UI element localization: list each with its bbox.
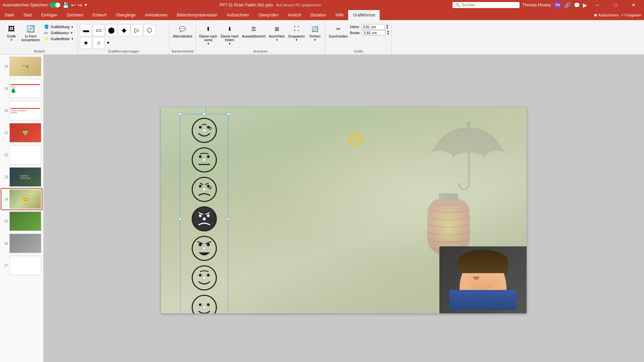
center-handle-4	[203, 217, 206, 221]
main-area: 18 🐕🌿 19 Liste 1 🌲 20 Objekt ausw	[0, 55, 644, 362]
group-grafikformatvorlagen: ▬ ▭ ⬤ ◆ ▷ ⬡ ★ ○ ▼ Grafikformatvorlagen	[78, 21, 169, 54]
shape-gallery-expand[interactable]: ▼	[105, 37, 111, 49]
anordnen-label: Anordnen	[198, 49, 323, 54]
tab-grafikformat[interactable]: Grafikformat	[348, 10, 380, 20]
tab-ansicht[interactable]: Ansicht	[283, 10, 306, 20]
slide-item-25[interactable]: 25	[1, 211, 42, 232]
height-row: Höhe: ▲ ▼	[350, 24, 389, 29]
slide-item-23[interactable]: 23 Objekteausrichten	[1, 167, 42, 187]
tab-datei[interactable]: Datei	[0, 10, 19, 20]
svg-point-28	[199, 303, 202, 306]
ausrichten-button[interactable]: ⊞ Ausrichten ▼	[268, 23, 286, 42]
slide-number-21: 21	[2, 131, 8, 135]
grafikfuellung-button[interactable]: 🪣 Grafikfüllung ▼	[42, 24, 75, 29]
grafikeffekte-button[interactable]: ✨ Grafikeffekte ▼	[42, 36, 75, 42]
tab-ueberpruefen[interactable]: Überprüfen	[254, 10, 283, 20]
share-icon[interactable]: 🔗	[564, 2, 571, 8]
user-initials: TH	[555, 3, 559, 7]
ebene-vorne-button[interactable]: ⬆ Ebene nachvorne ▼	[198, 23, 218, 46]
inform-button[interactable]: 🔄 In Formkonvertieren	[20, 23, 41, 43]
group-groesse: ✂ Zuschneiden Höhe: ▲ ▼ Breite:	[325, 21, 392, 54]
shape-hexagon[interactable]: ⬡	[144, 24, 156, 36]
save-icon[interactable]: 💾	[62, 2, 69, 8]
center-handle-5	[203, 247, 206, 250]
slide-number-23: 23	[2, 175, 8, 179]
user-avatar[interactable]: TH	[553, 1, 561, 9]
width-spinner[interactable]: ▲ ▼	[387, 30, 389, 36]
slide-item-24[interactable]: 24 😊	[1, 189, 42, 209]
slide-item-21[interactable]: 21 🦁	[1, 122, 42, 143]
slide-number-27: 27	[2, 264, 8, 267]
drehen-button[interactable]: 🔄 Drehen ▼	[307, 23, 323, 42]
shape-star[interactable]: ★	[80, 37, 92, 49]
height-spinner[interactable]: ▲ ▼	[386, 24, 389, 29]
grafik-icon: 🖼	[6, 23, 17, 34]
drehen-icon: 🔄	[310, 23, 320, 34]
emoji-6	[183, 263, 226, 293]
width-input[interactable]	[362, 30, 385, 36]
search-box[interactable]: 🔍	[452, 2, 520, 8]
tab-dictation[interactable]: Dictation	[306, 10, 331, 20]
tab-hilfe[interactable]: Hilfe	[331, 10, 348, 20]
share-button[interactable]: ↗ Freigeben	[621, 13, 641, 17]
slide-thumb-19: Liste 1 🌲	[9, 79, 41, 98]
tab-aufzeichnen[interactable]: Aufzeichnen	[222, 10, 254, 20]
tab-uebergaenge[interactable]: Übergänge	[111, 10, 140, 20]
slide-item-22[interactable]: 22	[1, 144, 42, 165]
tab-bildschirm[interactable]: Bildschirmpräsentation	[172, 10, 222, 20]
maximize-button[interactable]: □	[608, 0, 623, 10]
height-input[interactable]	[361, 24, 385, 29]
ausrichten-label: Ausrichten	[269, 35, 285, 38]
ribbon-tabs: Datei Start Einfügen Zeichnen Entwurf Üb…	[0, 10, 644, 20]
emoji-container[interactable]	[183, 116, 226, 313]
height-label: Höhe:	[350, 25, 360, 29]
tab-animationen[interactable]: Animationen	[140, 10, 172, 20]
slide-item-18[interactable]: 18 🐕🌿	[1, 56, 42, 77]
tab-zeichnen[interactable]: Zeichnen	[62, 10, 88, 20]
auswahlbereich-button[interactable]: ☰ Auswahlbereich	[240, 23, 267, 39]
undo-icon[interactable]: ↩	[71, 2, 75, 8]
tab-start[interactable]: Start	[19, 10, 37, 20]
grafik-button[interactable]: 🖼 Grafik ▼	[3, 23, 19, 42]
record-button[interactable]: ⏺ Aufzeichnen	[594, 13, 619, 17]
shape-chevron[interactable]: ▷	[131, 24, 143, 36]
present-icon[interactable]: ▶	[583, 2, 587, 8]
shape-circle[interactable]: ⬤	[105, 24, 117, 36]
svg-point-13	[209, 187, 211, 189]
svg-point-21	[207, 243, 210, 246]
slide-item-27[interactable]: 27	[1, 255, 42, 276]
close-button[interactable]: ✕	[626, 0, 641, 10]
webcam-overlay	[439, 246, 527, 313]
more-commands-icon[interactable]: ▼	[84, 3, 88, 7]
slide-item-19[interactable]: 19 Liste 1 🌲	[1, 78, 42, 99]
autosave-toggle[interactable]	[50, 2, 60, 8]
slide-canvas[interactable]: ☂ 🏮	[161, 107, 527, 313]
svg-point-1	[199, 126, 202, 128]
gruppieren-label: Gruppieren	[288, 35, 305, 38]
shape-rect[interactable]: ▬	[80, 24, 92, 36]
emoji-1	[183, 116, 226, 145]
shape-rounded[interactable]: ▭	[93, 24, 105, 36]
tab-entwurf[interactable]: Entwurf	[88, 10, 111, 20]
ribbon: Datei Start Einfügen Zeichnen Entwurf Üb…	[0, 10, 644, 55]
shape-ring[interactable]: ○	[93, 37, 105, 49]
ebene-hinten-button[interactable]: ⬇ Ebene nachhinten ▼	[219, 23, 240, 46]
alternativtext-button[interactable]: 💬 Alternativtext	[171, 23, 194, 39]
redo-icon[interactable]: ↪	[77, 2, 82, 8]
grafikformatvorlagen-label: Grafikformatvorlagen	[80, 49, 167, 54]
rotation-line	[206, 107, 206, 112]
gruppieren-button[interactable]: ⛶ Gruppieren ▼	[287, 23, 306, 42]
slide-item-20[interactable]: 20 Objekt auswählen mit Box	[1, 100, 42, 121]
emoji-3	[183, 175, 226, 204]
minimize-button[interactable]: ─	[590, 0, 605, 10]
handle-ml	[179, 218, 181, 220]
search-input[interactable]	[462, 3, 515, 7]
slide-thumb-24: 😊	[9, 189, 41, 209]
shape-diamond[interactable]: ◆	[118, 24, 130, 36]
grafikkontur-button[interactable]: ▭ Grafikkontur ▼	[42, 30, 75, 36]
slide-item-26[interactable]: 26	[1, 233, 42, 254]
zuschneiden-button[interactable]: ✂ Zuschneiden	[327, 23, 349, 39]
inform-icon: 🔄	[25, 23, 36, 34]
comments-icon[interactable]: 💬	[574, 2, 580, 8]
tab-einfuegen[interactable]: Einfügen	[37, 10, 62, 20]
